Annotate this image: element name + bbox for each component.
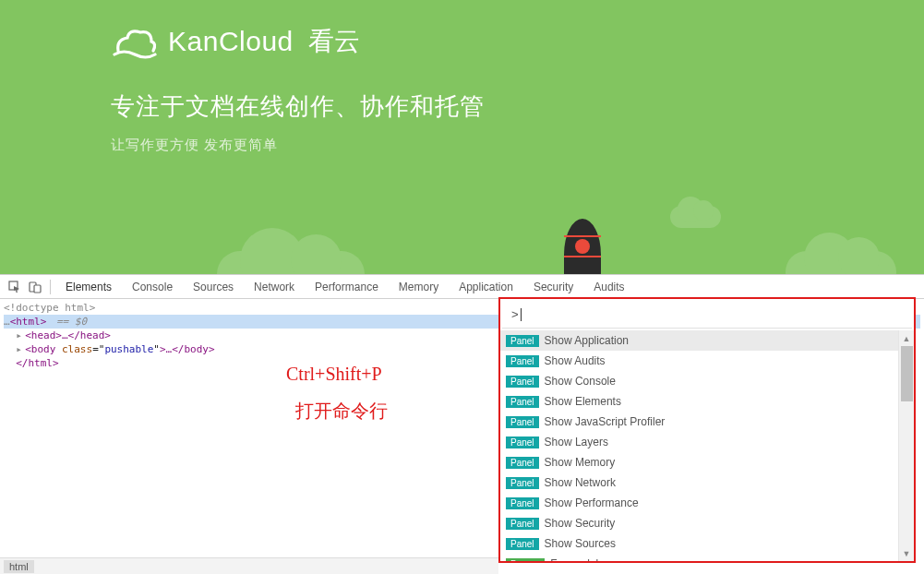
command-label: Show JavaScript Profiler — [545, 415, 666, 428]
tab-application[interactable]: Application — [450, 275, 522, 299]
command-input-row[interactable]: > — [502, 301, 912, 329]
scroll-up-icon[interactable]: ▲ — [899, 330, 914, 346]
panel-badge: Panel — [506, 355, 539, 367]
command-item[interactable]: PanelShow JavaScript Profiler — [500, 412, 898, 432]
panel-badge: Panel — [506, 335, 539, 347]
dom-head[interactable]: <head>…</head> — [25, 329, 111, 341]
tab-audits[interactable]: Audits — [584, 275, 633, 299]
command-label: Show Sources — [545, 537, 616, 550]
tab-security[interactable]: Security — [524, 275, 582, 299]
tab-console[interactable]: Console — [123, 275, 182, 299]
command-label: Show Layers — [545, 436, 608, 448]
dom-html-close: </html> — [16, 357, 58, 369]
panel-badge: Panel — [506, 497, 539, 509]
dom-html-open: <html> — [10, 316, 47, 328]
command-item[interactable]: PanelShow Security — [500, 513, 898, 533]
brand-thin: Cloud — [219, 26, 294, 56]
command-label: Show Memory — [545, 456, 616, 469]
drawer-badge: Drawer — [506, 558, 545, 562]
kancloud-logo-icon — [111, 23, 159, 60]
panel-badge: Panel — [506, 436, 539, 448]
command-item[interactable]: PanelShow Console — [500, 371, 898, 391]
command-item[interactable]: PanelShow Sources — [500, 533, 898, 554]
dom-body-open[interactable]: <body — [25, 343, 62, 355]
elements-breadcrumb[interactable]: html — [0, 557, 498, 574]
inspect-element-icon[interactable] — [6, 278, 24, 296]
dom-doctype: <!doctype html> — [4, 302, 95, 314]
tab-network[interactable]: Network — [245, 275, 304, 299]
brand-bold: Kan — [168, 26, 219, 56]
panel-badge: Panel — [506, 396, 539, 408]
command-item[interactable]: PanelShow Performance — [500, 493, 898, 513]
brand-name-cn: 看云 — [308, 24, 360, 59]
annotation-line-2: 打开命令行 — [286, 392, 388, 429]
brand-name-en: KanCloud — [168, 26, 294, 57]
command-item[interactable]: DrawerFocus debuggee — [500, 554, 898, 561]
command-label: Show Security — [545, 517, 616, 530]
breadcrumb-item[interactable]: html — [4, 560, 34, 573]
rocket-icon — [559, 219, 606, 274]
scroll-thumb[interactable] — [901, 346, 913, 401]
command-label: Show Network — [545, 476, 616, 489]
logo-row: KanCloud 看云 — [111, 23, 360, 60]
command-label: Show Performance — [545, 496, 639, 509]
command-item[interactable]: PanelShow Elements — [500, 391, 898, 412]
command-prompt: > — [511, 307, 521, 321]
annotation-text: Ctrl+Shift+P 打开命令行 — [286, 355, 388, 429]
panel-badge: Panel — [506, 538, 539, 550]
cloud-decoration-icon — [670, 206, 721, 228]
command-item[interactable]: PanelShow Memory — [500, 452, 898, 472]
devtools-toolbar: ElementsConsoleSourcesNetworkPerformance… — [0, 275, 924, 299]
svg-rect-2 — [34, 285, 41, 293]
cloud-decoration-icon — [786, 251, 896, 274]
command-list[interactable]: PanelShow ApplicationPanelShow AuditsPan… — [500, 330, 898, 561]
command-item[interactable]: PanelShow Network — [500, 472, 898, 493]
command-label: Show Audits — [545, 354, 606, 367]
banner-subhead: 让写作更方便 发布更简单 — [111, 137, 278, 154]
annotation-line-1: Ctrl+Shift+P — [286, 355, 388, 392]
command-label: Show Elements — [545, 395, 621, 408]
tab-memory[interactable]: Memory — [390, 275, 448, 299]
cloud-decoration-icon — [217, 251, 365, 274]
panel-badge: Panel — [506, 477, 539, 489]
toolbar-separator — [50, 280, 51, 294]
command-menu: > PanelShow ApplicationPanelShow AuditsP… — [498, 297, 916, 563]
command-label: Focus debuggee — [550, 557, 632, 561]
command-item[interactable]: PanelShow Application — [500, 330, 898, 351]
panel-badge: Panel — [506, 518, 539, 530]
device-toggle-icon[interactable] — [26, 278, 44, 296]
tab-elements[interactable]: Elements — [56, 275, 121, 299]
command-item[interactable]: PanelShow Audits — [500, 351, 898, 371]
text-caret-icon — [521, 308, 522, 321]
command-label: Show Console — [545, 375, 616, 388]
banner-headline: 专注于文档在线创作、协作和托管 — [111, 90, 485, 123]
command-scrollbar[interactable]: ▲ ▼ — [898, 330, 914, 561]
tab-sources[interactable]: Sources — [184, 275, 243, 299]
tab-performance[interactable]: Performance — [306, 275, 388, 299]
scroll-down-icon[interactable]: ▼ — [899, 545, 914, 561]
dom-selected-marker: == $0 — [50, 316, 87, 328]
command-item[interactable]: PanelShow Layers — [500, 432, 898, 452]
panel-badge: Panel — [506, 376, 539, 388]
panel-badge: Panel — [506, 416, 539, 428]
site-banner: KanCloud 看云 专注于文档在线创作、协作和托管 让写作更方便 发布更简单 — [0, 0, 924, 274]
command-label: Show Application — [545, 334, 629, 347]
panel-badge: Panel — [506, 457, 539, 469]
